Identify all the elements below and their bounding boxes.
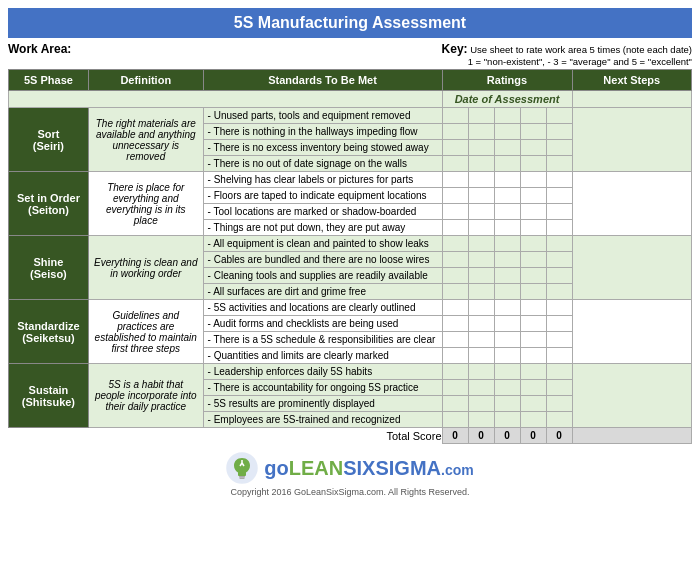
rating-cell[interactable] xyxy=(494,252,520,268)
rating-cell[interactable] xyxy=(442,300,468,316)
rating-cell[interactable] xyxy=(494,364,520,380)
rating-cell[interactable] xyxy=(546,412,572,428)
rating-cell[interactable] xyxy=(520,348,546,364)
next-steps-cell[interactable] xyxy=(572,236,691,300)
rating-cell[interactable] xyxy=(494,108,520,124)
rating-cell[interactable] xyxy=(546,172,572,188)
rating-cell[interactable] xyxy=(520,332,546,348)
rating-cell[interactable] xyxy=(520,156,546,172)
rating-cell[interactable] xyxy=(494,268,520,284)
rating-cell[interactable] xyxy=(468,396,494,412)
rating-cell[interactable] xyxy=(520,236,546,252)
rating-cell[interactable] xyxy=(494,412,520,428)
rating-cell[interactable] xyxy=(442,108,468,124)
rating-cell[interactable] xyxy=(468,412,494,428)
rating-cell[interactable] xyxy=(520,268,546,284)
rating-cell[interactable] xyxy=(546,396,572,412)
rating-cell[interactable] xyxy=(494,220,520,236)
rating-cell[interactable] xyxy=(494,236,520,252)
rating-cell[interactable] xyxy=(546,188,572,204)
rating-cell[interactable] xyxy=(494,140,520,156)
rating-cell[interactable] xyxy=(442,332,468,348)
rating-cell[interactable] xyxy=(442,252,468,268)
rating-cell[interactable] xyxy=(520,380,546,396)
rating-cell[interactable] xyxy=(546,332,572,348)
rating-cell[interactable] xyxy=(520,252,546,268)
rating-cell[interactable] xyxy=(468,316,494,332)
next-steps-cell[interactable] xyxy=(572,172,691,236)
rating-cell[interactable] xyxy=(546,124,572,140)
rating-cell[interactable] xyxy=(442,140,468,156)
rating-cell[interactable] xyxy=(468,204,494,220)
next-steps-cell[interactable] xyxy=(572,108,691,172)
rating-cell[interactable] xyxy=(520,124,546,140)
rating-cell[interactable] xyxy=(520,140,546,156)
rating-cell[interactable] xyxy=(442,204,468,220)
rating-cell[interactable] xyxy=(520,204,546,220)
rating-cell[interactable] xyxy=(494,188,520,204)
rating-cell[interactable] xyxy=(546,348,572,364)
rating-cell[interactable] xyxy=(468,124,494,140)
rating-cell[interactable] xyxy=(468,348,494,364)
rating-cell[interactable] xyxy=(494,172,520,188)
rating-cell[interactable] xyxy=(468,220,494,236)
rating-cell[interactable] xyxy=(468,380,494,396)
rating-cell[interactable] xyxy=(468,140,494,156)
rating-cell[interactable] xyxy=(442,188,468,204)
rating-cell[interactable] xyxy=(468,284,494,300)
rating-cell[interactable] xyxy=(520,108,546,124)
rating-cell[interactable] xyxy=(494,348,520,364)
rating-cell[interactable] xyxy=(468,300,494,316)
rating-cell[interactable] xyxy=(494,124,520,140)
rating-cell[interactable] xyxy=(468,156,494,172)
rating-cell[interactable] xyxy=(494,380,520,396)
rating-cell[interactable] xyxy=(546,204,572,220)
rating-cell[interactable] xyxy=(442,236,468,252)
rating-cell[interactable] xyxy=(468,252,494,268)
rating-cell[interactable] xyxy=(546,300,572,316)
rating-cell[interactable] xyxy=(442,412,468,428)
rating-cell[interactable] xyxy=(468,188,494,204)
rating-cell[interactable] xyxy=(442,172,468,188)
rating-cell[interactable] xyxy=(468,364,494,380)
next-steps-cell[interactable] xyxy=(572,364,691,428)
rating-cell[interactable] xyxy=(520,220,546,236)
rating-cell[interactable] xyxy=(468,108,494,124)
rating-cell[interactable] xyxy=(494,316,520,332)
rating-cell[interactable] xyxy=(494,300,520,316)
rating-cell[interactable] xyxy=(442,156,468,172)
rating-cell[interactable] xyxy=(442,364,468,380)
rating-cell[interactable] xyxy=(520,284,546,300)
rating-cell[interactable] xyxy=(468,332,494,348)
rating-cell[interactable] xyxy=(520,412,546,428)
rating-cell[interactable] xyxy=(546,140,572,156)
rating-cell[interactable] xyxy=(546,220,572,236)
rating-cell[interactable] xyxy=(442,316,468,332)
rating-cell[interactable] xyxy=(442,220,468,236)
rating-cell[interactable] xyxy=(546,236,572,252)
rating-cell[interactable] xyxy=(546,284,572,300)
rating-cell[interactable] xyxy=(494,284,520,300)
rating-cell[interactable] xyxy=(442,268,468,284)
rating-cell[interactable] xyxy=(520,316,546,332)
rating-cell[interactable] xyxy=(494,332,520,348)
rating-cell[interactable] xyxy=(546,380,572,396)
rating-cell[interactable] xyxy=(468,236,494,252)
rating-cell[interactable] xyxy=(546,316,572,332)
rating-cell[interactable] xyxy=(546,156,572,172)
rating-cell[interactable] xyxy=(520,396,546,412)
rating-cell[interactable] xyxy=(442,284,468,300)
rating-cell[interactable] xyxy=(546,252,572,268)
rating-cell[interactable] xyxy=(442,124,468,140)
rating-cell[interactable] xyxy=(546,268,572,284)
rating-cell[interactable] xyxy=(442,348,468,364)
rating-cell[interactable] xyxy=(520,300,546,316)
rating-cell[interactable] xyxy=(494,396,520,412)
rating-cell[interactable] xyxy=(494,156,520,172)
rating-cell[interactable] xyxy=(442,396,468,412)
rating-cell[interactable] xyxy=(546,364,572,380)
rating-cell[interactable] xyxy=(520,172,546,188)
rating-cell[interactable] xyxy=(468,268,494,284)
rating-cell[interactable] xyxy=(468,172,494,188)
rating-cell[interactable] xyxy=(520,188,546,204)
